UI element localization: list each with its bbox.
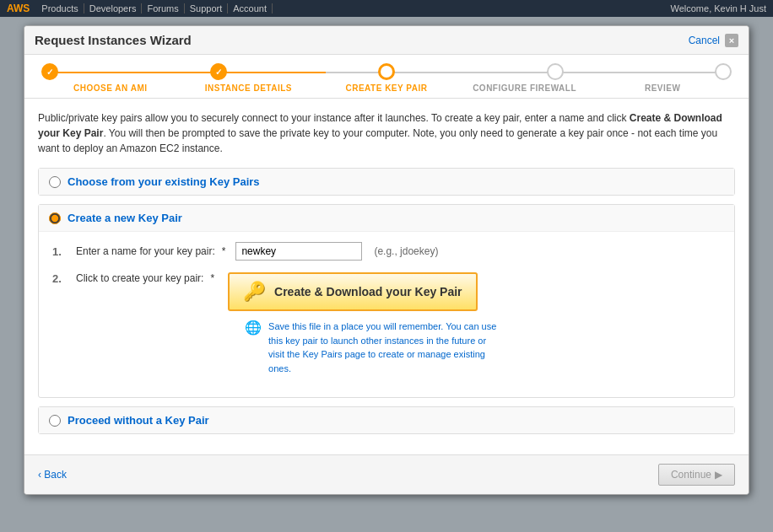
- top-navigation: AWS Products Developers Forums Support A…: [0, 0, 773, 17]
- steps-labels: CHOOSE AN AMI INSTANCE DETAILS CREATE KE…: [41, 83, 732, 93]
- create-label: Click to create your key pair:: [76, 272, 203, 284]
- form-row-name: 1. Enter a name for your key pair: * (e.…: [52, 242, 721, 261]
- radio-no-keypair[interactable]: [49, 415, 61, 427]
- create-keypair-button[interactable]: 🔑 Create & Download your Key Pair: [228, 272, 478, 311]
- step-num-1: 1.: [52, 245, 69, 258]
- modal-body: Public/private key pairs allow you to se…: [24, 99, 749, 454]
- step-label-4: CONFIGURE FIREWALL: [456, 83, 594, 93]
- steps-track: ✓ ✓: [41, 63, 732, 80]
- section-existing-header: Choose from your existing Key Pairs: [39, 169, 734, 195]
- save-info-box: 🌐 Save this file in a place you will rem…: [245, 320, 505, 375]
- create-btn-area: 🔑 Create & Download your Key Pair 🌐 Save…: [228, 272, 505, 375]
- aws-brand: AWS: [7, 3, 30, 14]
- key-name-input[interactable]: [235, 242, 362, 261]
- radio-existing-keypair[interactable]: [49, 176, 61, 188]
- close-button[interactable]: ×: [725, 34, 738, 47]
- nav-developers[interactable]: Developers: [84, 3, 143, 13]
- titlebar-actions: Cancel ×: [689, 34, 738, 47]
- continue-arrow-icon: ▶: [715, 469, 722, 481]
- step-label-3: CREATE KEY PAIR: [317, 83, 456, 93]
- form-row-create: 2. Click to create your key pair: * 🔑 Cr…: [52, 272, 721, 375]
- create-keypair-label: Create & Download your Key Pair: [274, 285, 462, 298]
- step-label-5: REVIEW: [593, 83, 732, 93]
- section-new-keypair: Create a new Key Pair 1. Enter a name fo…: [38, 204, 735, 398]
- modal-title: Request Instances Wizard: [35, 33, 192, 47]
- radio-new-keypair[interactable]: [49, 212, 61, 224]
- section-existing-title: Choose from your existing Key Pairs: [68, 175, 260, 188]
- key-name-required: *: [222, 245, 226, 257]
- key-name-hint: (e.g., jdoekey): [374, 245, 438, 257]
- key-name-label: Enter a name for your key pair:: [76, 245, 215, 257]
- step-dot-2: ✓: [210, 63, 227, 80]
- modal-footer: Back Continue ▶: [24, 454, 749, 494]
- section-existing-keypair: Choose from your existing Key Pairs: [38, 168, 735, 196]
- step-dot-4: [547, 63, 564, 80]
- step-label-1: CHOOSE AN AMI: [41, 83, 180, 93]
- nav-account[interactable]: Account: [228, 3, 273, 13]
- section-new-title: Create a new Key Pair: [68, 212, 182, 224]
- wizard-modal: Request Instances Wizard Cancel × ✓ ✓: [24, 25, 749, 495]
- section-no-keypair-header: Proceed without a Key Pair: [39, 407, 734, 433]
- steps-line-filled: [50, 72, 326, 73]
- section-no-keypair-title: Proceed without a Key Pair: [68, 414, 209, 427]
- section-new-content: 1. Enter a name for your key pair: * (e.…: [39, 232, 734, 397]
- continue-label: Continue: [671, 469, 711, 481]
- wizard-steps: ✓ ✓ CHOOSE AN AMI INSTANCE DETAILS CREAT…: [24, 55, 749, 99]
- back-button[interactable]: Back: [38, 469, 67, 481]
- step-dot-5: [715, 63, 732, 80]
- modal-overlay: Request Instances Wizard Cancel × ✓ ✓: [0, 17, 773, 532]
- modal-titlebar: Request Instances Wizard Cancel ×: [24, 26, 749, 55]
- key-icon: 🔑: [243, 281, 266, 303]
- step-num-2: 2.: [52, 272, 69, 285]
- nav-products[interactable]: Products: [36, 3, 84, 13]
- step-label-2: INSTANCE DETAILS: [180, 83, 318, 93]
- welcome-message: Welcome, Kevin H Just: [670, 3, 766, 13]
- info-paragraph: Public/private key pairs allow you to se…: [38, 110, 735, 156]
- cancel-link[interactable]: Cancel: [689, 35, 720, 46]
- section-no-keypair: Proceed without a Key Pair: [38, 406, 735, 434]
- info-icon: 🌐: [245, 320, 262, 336]
- info-text-1: Public/private key pairs allow you to se…: [38, 112, 630, 124]
- info-text-2: . You will then be prompted to save the …: [38, 127, 717, 154]
- nav-support[interactable]: Support: [185, 3, 229, 13]
- create-required: *: [210, 272, 214, 284]
- continue-button[interactable]: Continue ▶: [658, 464, 735, 486]
- step-dot-3: [378, 63, 395, 80]
- save-text: Save this file in a place you will remem…: [268, 320, 505, 375]
- section-new-header: Create a new Key Pair: [39, 205, 734, 232]
- nav-forums[interactable]: Forums: [142, 3, 184, 13]
- step-dot-1: ✓: [41, 63, 58, 80]
